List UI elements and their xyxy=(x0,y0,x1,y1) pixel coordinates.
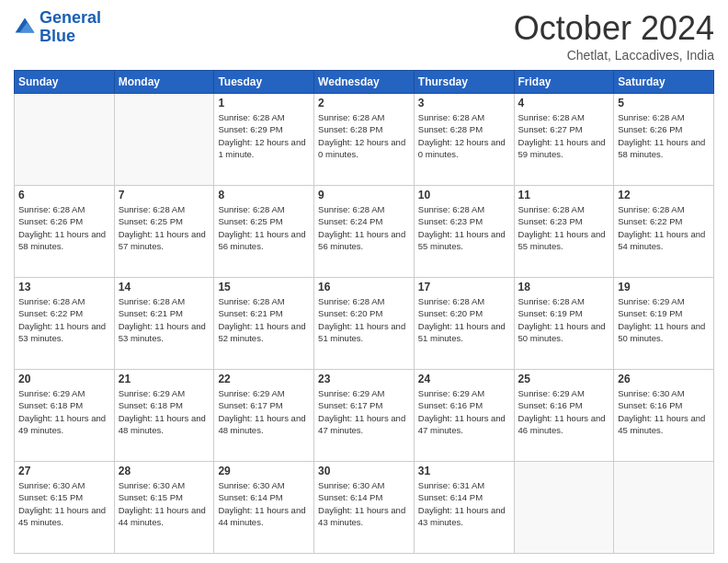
day-number: 30 xyxy=(318,465,410,477)
calendar-cell: 29Sunrise: 6:30 AM Sunset: 6:14 PM Dayli… xyxy=(214,462,314,554)
day-number: 16 xyxy=(318,281,410,293)
header: General Blue October 2024 Chetlat, Lacca… xyxy=(14,9,714,63)
calendar-cell: 4Sunrise: 6:28 AM Sunset: 6:27 PM Daylig… xyxy=(514,94,614,186)
location: Chetlat, Laccadives, India xyxy=(514,48,714,63)
calendar-cell: 9Sunrise: 6:28 AM Sunset: 6:24 PM Daylig… xyxy=(314,186,415,278)
calendar-week-1: 1Sunrise: 6:28 AM Sunset: 6:29 PM Daylig… xyxy=(15,94,714,186)
day-number: 22 xyxy=(218,373,310,385)
calendar-cell: 7Sunrise: 6:28 AM Sunset: 6:25 PM Daylig… xyxy=(114,186,214,278)
calendar-table: SundayMondayTuesdayWednesdayThursdayFrid… xyxy=(14,70,714,554)
day-info: Sunrise: 6:28 AM Sunset: 6:26 PM Dayligh… xyxy=(618,111,710,160)
calendar-cell: 12Sunrise: 6:28 AM Sunset: 6:22 PM Dayli… xyxy=(614,186,714,278)
calendar-cell: 20Sunrise: 6:29 AM Sunset: 6:18 PM Dayli… xyxy=(15,370,115,462)
calendar-cell: 15Sunrise: 6:28 AM Sunset: 6:21 PM Dayli… xyxy=(214,278,314,370)
calendar-header-wednesday: Wednesday xyxy=(314,71,415,94)
calendar-header-friday: Friday xyxy=(514,71,614,94)
day-info: Sunrise: 6:28 AM Sunset: 6:25 PM Dayligh… xyxy=(218,203,310,252)
logo-line2: Blue xyxy=(40,27,75,45)
calendar-week-5: 27Sunrise: 6:30 AM Sunset: 6:15 PM Dayli… xyxy=(15,462,714,554)
day-number: 9 xyxy=(318,189,410,201)
day-number: 17 xyxy=(418,281,510,293)
day-info: Sunrise: 6:28 AM Sunset: 6:26 PM Dayligh… xyxy=(18,203,110,252)
day-number: 2 xyxy=(318,97,410,109)
calendar-cell: 1Sunrise: 6:28 AM Sunset: 6:29 PM Daylig… xyxy=(214,94,314,186)
day-number: 7 xyxy=(119,189,210,201)
calendar-cell: 6Sunrise: 6:28 AM Sunset: 6:26 PM Daylig… xyxy=(15,186,115,278)
calendar-cell xyxy=(514,462,614,554)
calendar-cell xyxy=(614,462,714,554)
logo-icon xyxy=(14,17,36,39)
day-info: Sunrise: 6:28 AM Sunset: 6:21 PM Dayligh… xyxy=(119,295,210,344)
day-info: Sunrise: 6:30 AM Sunset: 6:15 PM Dayligh… xyxy=(18,479,110,528)
day-info: Sunrise: 6:28 AM Sunset: 6:19 PM Dayligh… xyxy=(518,295,610,344)
day-number: 20 xyxy=(18,373,110,385)
day-number: 25 xyxy=(518,373,610,385)
calendar-cell: 31Sunrise: 6:31 AM Sunset: 6:14 PM Dayli… xyxy=(414,462,514,554)
day-number: 21 xyxy=(119,373,210,385)
day-info: Sunrise: 6:28 AM Sunset: 6:23 PM Dayligh… xyxy=(518,203,610,252)
calendar-cell: 19Sunrise: 6:29 AM Sunset: 6:19 PM Dayli… xyxy=(614,278,714,370)
month-title: October 2024 xyxy=(514,9,714,48)
day-number: 5 xyxy=(618,97,710,109)
calendar-cell: 28Sunrise: 6:30 AM Sunset: 6:15 PM Dayli… xyxy=(114,462,214,554)
calendar-cell: 17Sunrise: 6:28 AM Sunset: 6:20 PM Dayli… xyxy=(414,278,514,370)
calendar-cell: 8Sunrise: 6:28 AM Sunset: 6:25 PM Daylig… xyxy=(214,186,314,278)
day-number: 4 xyxy=(518,97,610,109)
day-info: Sunrise: 6:31 AM Sunset: 6:14 PM Dayligh… xyxy=(418,479,510,528)
day-info: Sunrise: 6:28 AM Sunset: 6:22 PM Dayligh… xyxy=(18,295,110,344)
day-number: 3 xyxy=(418,97,510,109)
title-block: October 2024 Chetlat, Laccadives, India xyxy=(514,9,714,63)
day-info: Sunrise: 6:30 AM Sunset: 6:14 PM Dayligh… xyxy=(318,479,410,528)
day-number: 15 xyxy=(218,281,310,293)
calendar-cell: 10Sunrise: 6:28 AM Sunset: 6:23 PM Dayli… xyxy=(414,186,514,278)
calendar-cell: 25Sunrise: 6:29 AM Sunset: 6:16 PM Dayli… xyxy=(514,370,614,462)
calendar-cell: 26Sunrise: 6:30 AM Sunset: 6:16 PM Dayli… xyxy=(614,370,714,462)
day-number: 13 xyxy=(18,281,110,293)
calendar-cell: 30Sunrise: 6:30 AM Sunset: 6:14 PM Dayli… xyxy=(314,462,415,554)
calendar-week-2: 6Sunrise: 6:28 AM Sunset: 6:26 PM Daylig… xyxy=(15,186,714,278)
calendar-cell: 13Sunrise: 6:28 AM Sunset: 6:22 PM Dayli… xyxy=(15,278,115,370)
calendar-cell xyxy=(114,94,214,186)
day-info: Sunrise: 6:29 AM Sunset: 6:17 PM Dayligh… xyxy=(318,387,410,436)
calendar-header-saturday: Saturday xyxy=(614,71,714,94)
day-info: Sunrise: 6:29 AM Sunset: 6:18 PM Dayligh… xyxy=(18,387,110,436)
day-number: 24 xyxy=(418,373,510,385)
day-info: Sunrise: 6:28 AM Sunset: 6:21 PM Dayligh… xyxy=(218,295,310,344)
day-number: 11 xyxy=(518,189,610,201)
calendar-cell: 11Sunrise: 6:28 AM Sunset: 6:23 PM Dayli… xyxy=(514,186,614,278)
day-number: 27 xyxy=(18,465,110,477)
calendar-header-monday: Monday xyxy=(114,71,214,94)
day-info: Sunrise: 6:28 AM Sunset: 6:28 PM Dayligh… xyxy=(418,111,510,160)
calendar-cell: 2Sunrise: 6:28 AM Sunset: 6:28 PM Daylig… xyxy=(314,94,415,186)
day-info: Sunrise: 6:29 AM Sunset: 6:16 PM Dayligh… xyxy=(518,387,610,436)
logo: General Blue xyxy=(14,9,101,46)
day-number: 18 xyxy=(518,281,610,293)
calendar-cell: 21Sunrise: 6:29 AM Sunset: 6:18 PM Dayli… xyxy=(114,370,214,462)
day-info: Sunrise: 6:28 AM Sunset: 6:27 PM Dayligh… xyxy=(518,111,610,160)
calendar-week-3: 13Sunrise: 6:28 AM Sunset: 6:22 PM Dayli… xyxy=(15,278,714,370)
calendar-cell: 16Sunrise: 6:28 AM Sunset: 6:20 PM Dayli… xyxy=(314,278,415,370)
calendar-header-thursday: Thursday xyxy=(414,71,514,94)
day-info: Sunrise: 6:29 AM Sunset: 6:18 PM Dayligh… xyxy=(119,387,210,436)
day-info: Sunrise: 6:28 AM Sunset: 6:20 PM Dayligh… xyxy=(318,295,410,344)
day-number: 28 xyxy=(119,465,210,477)
logo-text: General Blue xyxy=(40,9,101,46)
day-info: Sunrise: 6:28 AM Sunset: 6:22 PM Dayligh… xyxy=(618,203,710,252)
calendar-cell: 18Sunrise: 6:28 AM Sunset: 6:19 PM Dayli… xyxy=(514,278,614,370)
calendar-cell: 24Sunrise: 6:29 AM Sunset: 6:16 PM Dayli… xyxy=(414,370,514,462)
calendar-cell: 22Sunrise: 6:29 AM Sunset: 6:17 PM Dayli… xyxy=(214,370,314,462)
day-number: 31 xyxy=(418,465,510,477)
calendar-cell: 27Sunrise: 6:30 AM Sunset: 6:15 PM Dayli… xyxy=(15,462,115,554)
day-info: Sunrise: 6:29 AM Sunset: 6:16 PM Dayligh… xyxy=(418,387,510,436)
day-number: 10 xyxy=(418,189,510,201)
calendar-cell: 5Sunrise: 6:28 AM Sunset: 6:26 PM Daylig… xyxy=(614,94,714,186)
day-number: 26 xyxy=(618,373,710,385)
calendar-header-row: SundayMondayTuesdayWednesdayThursdayFrid… xyxy=(15,71,714,94)
day-info: Sunrise: 6:28 AM Sunset: 6:29 PM Dayligh… xyxy=(218,111,310,160)
day-number: 14 xyxy=(119,281,210,293)
day-info: Sunrise: 6:30 AM Sunset: 6:16 PM Dayligh… xyxy=(618,387,710,436)
day-number: 6 xyxy=(18,189,110,201)
calendar-cell: 23Sunrise: 6:29 AM Sunset: 6:17 PM Dayli… xyxy=(314,370,415,462)
calendar-cell xyxy=(15,94,115,186)
calendar-header-tuesday: Tuesday xyxy=(214,71,314,94)
